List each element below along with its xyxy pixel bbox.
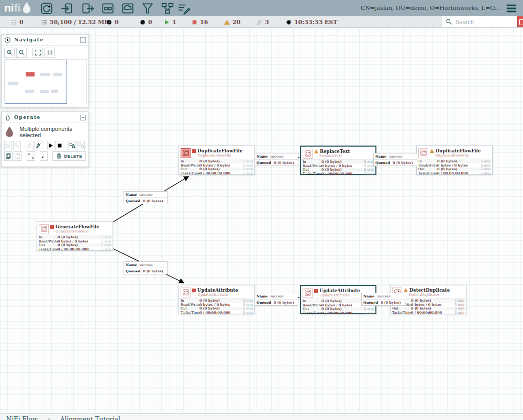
processor-icon bbox=[418, 148, 428, 158]
minimap-viewport[interactable] bbox=[5, 60, 67, 104]
processor-header: DuplicateFlowFile DuplicateFlowFile bbox=[417, 146, 492, 159]
connection-queued-value: 0 (0 bytes) bbox=[274, 301, 294, 305]
zoom-in-button[interactable] bbox=[4, 48, 15, 58]
refresh-status[interactable]: 10:33:33 EST bbox=[285, 18, 337, 26]
stat-row-out: Out0 (0 bytes)5 min bbox=[417, 168, 492, 172]
stat-row-read_write: Read/Write0 bytes / 0 bytes5 min bbox=[301, 164, 375, 168]
funnel-icon bbox=[141, 2, 154, 15]
upload-template-button bbox=[77, 141, 85, 150]
processor-stats: In0 (0 bytes)5 minRead/Write0 bytes / 0 … bbox=[417, 159, 492, 175]
transmitting-status: 0 bbox=[106, 18, 119, 26]
connection-label[interactable]: Namesuccess Queued0 (0 bytes) bbox=[373, 153, 417, 166]
stop-button[interactable] bbox=[55, 141, 63, 150]
zoom-out-button[interactable] bbox=[16, 48, 27, 58]
minimap-node bbox=[25, 90, 34, 93]
running-count: 1 bbox=[172, 19, 176, 26]
stat-row-tasks_time: Tasks/Time0 / 00:00:00.0005 min bbox=[179, 171, 254, 175]
breadcrumb-current[interactable]: Alignment Tutorial bbox=[60, 416, 120, 420]
stat-row-in: In0 (0 bytes)5 min bbox=[179, 159, 254, 163]
connection-name-value: success bbox=[270, 154, 283, 159]
hand-icon bbox=[4, 114, 11, 121]
process-group-toolbar-button[interactable] bbox=[101, 2, 115, 15]
processor-type: GenerateFlowFile bbox=[55, 229, 113, 234]
zoom-fit-button[interactable] bbox=[32, 48, 43, 58]
remote-process-group-toolbar-button[interactable] bbox=[121, 2, 135, 15]
zoom-actual-button[interactable] bbox=[44, 48, 55, 58]
selection-text: Multiple components selected bbox=[19, 126, 85, 138]
connection-name-key: Name bbox=[257, 294, 268, 299]
connection-queued-key: Queued bbox=[363, 301, 378, 305]
processor-stats: In0 (0 bytes)5 minRead/Write0 bytes / 0 … bbox=[37, 235, 113, 251]
connection-name-value: success bbox=[270, 294, 283, 299]
bulletin-indicator[interactable] bbox=[517, 16, 523, 27]
start-button[interactable] bbox=[47, 141, 55, 150]
breadcrumb-root[interactable]: NiFi Flow bbox=[6, 416, 38, 420]
search-box bbox=[442, 16, 517, 27]
output-port-toolbar-button[interactable] bbox=[81, 2, 94, 15]
queued-status: 50,100 / 12.52 MB bbox=[41, 18, 109, 26]
processor-header: GenerateFlowFile GenerateFlowFile bbox=[37, 222, 113, 235]
brush-icon bbox=[41, 153, 47, 159]
connection-label[interactable]: Namesuccess Queued0 (0 bytes) bbox=[254, 153, 298, 166]
stat-row-read_write: Read/Write0 bytes / 0 bytes5 min bbox=[417, 163, 492, 168]
processor-node[interactable]: UpdateAttribute UpdateAttribute In0 (0 b… bbox=[179, 285, 255, 314]
processor-node[interactable]: DuplicateFlowFile DuplicateFlowFile In0 … bbox=[416, 146, 493, 175]
queued-count: 50,100 / 12.52 MB bbox=[50, 19, 109, 26]
birdseye-minimap[interactable] bbox=[4, 59, 87, 104]
input-port-toolbar-button[interactable] bbox=[60, 2, 74, 15]
paste-button bbox=[14, 151, 22, 161]
disable-button[interactable] bbox=[35, 141, 42, 150]
copy-button[interactable] bbox=[4, 151, 13, 161]
stat-row-out: Out0 (0 bytes)5 min bbox=[37, 244, 113, 248]
funnel-toolbar-button[interactable] bbox=[141, 2, 154, 15]
template-toolbar-button[interactable] bbox=[161, 2, 174, 15]
connection-queued-value: 0 (0 bytes) bbox=[143, 199, 163, 203]
zoom-out-icon bbox=[18, 49, 25, 56]
processor-type: UpdateAttribute bbox=[197, 293, 254, 297]
connection-queued-key: Queued bbox=[126, 199, 140, 203]
processor-icon bbox=[40, 2, 53, 15]
flow-canvas[interactable]: DuplicateFlowFile DuplicateFlowFile In0 … bbox=[0, 28, 523, 413]
stop-icon bbox=[57, 142, 63, 149]
stat-row-in: In0 (0 bytes)5 min bbox=[179, 299, 254, 303]
minimap-node bbox=[53, 73, 62, 76]
stopped-status: 16 bbox=[191, 18, 208, 26]
search-input[interactable] bbox=[455, 19, 512, 25]
processor-node[interactable]: ReplaceText ReplaceText In0 (0 bytes)5 m… bbox=[300, 146, 376, 175]
connection-label[interactable]: Namesuccess Queued0 (0 bytes) bbox=[124, 261, 168, 274]
connection-label[interactable]: Namesuccess Queued0 (0 bytes) bbox=[254, 293, 298, 306]
connection-queued-value: 0 (0 bytes) bbox=[274, 161, 294, 165]
processor-node[interactable]: GenerateFlowFile GenerateFlowFile In0 (0… bbox=[37, 222, 113, 251]
run-status-icon bbox=[404, 288, 408, 292]
transmitting-count: 0 bbox=[115, 19, 119, 26]
key-icon bbox=[14, 142, 20, 149]
connection-label[interactable]: Namesuccess Queued0 (0 bytes) bbox=[124, 191, 168, 204]
processor-toolbar-button[interactable] bbox=[40, 2, 53, 15]
delete-button[interactable]: DELETE bbox=[52, 151, 86, 161]
operate-panel-header: Operate bbox=[2, 112, 88, 123]
processor-icon bbox=[39, 224, 49, 234]
breadcrumb-separator: » bbox=[47, 416, 51, 420]
operate-panel-title: Operate bbox=[14, 115, 80, 120]
create-template-button[interactable] bbox=[68, 141, 76, 150]
hamburger-icon bbox=[505, 3, 518, 14]
operate-collapse-button[interactable] bbox=[80, 115, 86, 120]
zoom-fit-icon bbox=[35, 49, 41, 56]
play-icon bbox=[48, 142, 54, 149]
processor-name: ReplaceText bbox=[320, 149, 350, 154]
stat-row-tasks_time: Tasks/Time0 / 00:00:00.0005 min bbox=[179, 311, 254, 315]
fill-color-button[interactable] bbox=[40, 151, 48, 161]
navigate-collapse-button[interactable] bbox=[80, 37, 86, 43]
processor-node[interactable]: DuplicateFlowFile DuplicateFlowFile In0 … bbox=[179, 146, 255, 175]
label-toolbar-button[interactable] bbox=[177, 2, 191, 15]
operate-buttons-row1 bbox=[2, 140, 88, 150]
current-user: CN=jaslan, OU=demo, O=Hortonworks, L=O..… bbox=[361, 5, 500, 12]
disabled-icon bbox=[256, 19, 263, 26]
global-menu-button[interactable] bbox=[505, 3, 518, 14]
stat-row-read_write: Read/Write0 bytes / 0 bytes5 min bbox=[179, 163, 254, 168]
stat-row-in: In0 (0 bytes)5 min bbox=[301, 160, 375, 164]
process-group-icon bbox=[101, 2, 115, 15]
not-transmitting-icon bbox=[139, 19, 146, 26]
trash-icon bbox=[56, 153, 62, 159]
connection-label[interactable]: Namesuccess Queued0 (0 bytes) bbox=[361, 293, 405, 306]
